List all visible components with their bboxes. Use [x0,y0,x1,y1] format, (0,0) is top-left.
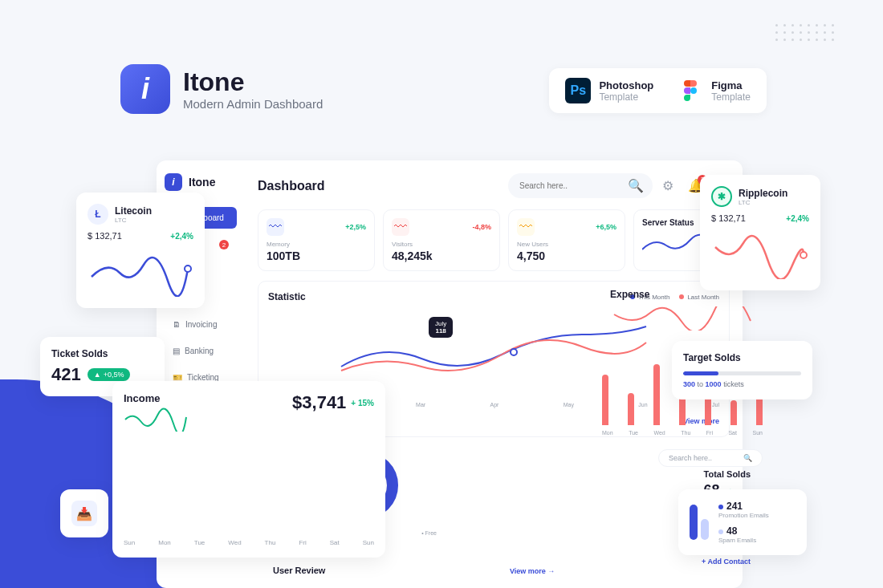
litecoin-card: ŁLitecoinLTC $ 132,71+2,4% [76,193,205,308]
figma-card: FigmaTemplate [678,78,751,103]
svg-point-3 [800,252,807,258]
brand-name: Itone [183,67,323,97]
pulse-icon: 〰 [517,218,535,236]
sidebar-logo: iItone [165,173,237,191]
nav-banking[interactable]: ▤Banking [165,340,237,362]
settings-icon[interactable]: ⚙ [662,178,678,194]
photoshop-icon: Ps [565,78,591,103]
income-card: Income $3,741+ 15% SunMonTueWedThuFriSat… [112,381,385,558]
figma-label: Figma [711,79,751,91]
inbox-icon-card[interactable]: 📥 [60,489,108,537]
svg-point-0 [690,87,697,94]
brand-subtitle: Modern Admin Dashboard [183,97,323,111]
tool-cards: Ps PhotoshopTemplate FigmaTemplate [549,68,767,113]
search-icon: 🔍 [743,454,752,462]
target-progress [683,371,801,375]
income-chart [124,438,374,534]
pulse-icon: 〰 [392,218,409,236]
svg-point-2 [185,266,191,272]
nav-invoicing[interactable]: 🗎Invoicing [165,314,237,335]
add-contact-button[interactable]: + Add Contact [702,558,751,566]
user-review-title: User Review [273,566,325,575]
search-box[interactable]: 🔍 [508,173,653,198]
email-chart [690,505,709,540]
search-input[interactable] [519,181,621,190]
expense-section: Expense [610,289,771,330]
ticket-badge: ▲ +0,5% [87,368,131,381]
search-icon: 🔍 [628,178,644,193]
ripple-card: ✱RipplecoinLTC $ 132,71+2,4% [700,175,820,290]
search-box-2[interactable]: Search here..🔍 [658,449,763,467]
litecoin-icon: Ł [87,204,108,225]
photoshop-card: Ps PhotoshopTemplate [565,78,653,103]
target-solds-card: Target Solds 300 to 1000 tickets [672,341,812,399]
emails-card: 241Promotion Emails 48Spam Emails [678,489,807,555]
stat-visitors: 〰-4,8% Visitors 48,245k [383,209,500,271]
logo-icon: i [120,64,170,114]
pulse-icon: 〰 [267,218,284,236]
figma-icon [678,78,703,103]
ripple-icon: ✱ [711,186,732,207]
stat-users: 〰+6,5% New Users 4,750 [508,209,625,271]
stat-memory: 〰+2,5% Memory 100TB [258,209,375,271]
photoshop-label: Photoshop [599,79,653,91]
page-title: Dashboard [258,179,325,193]
inbox-icon: 📥 [71,501,97,526]
brand-header: i Itone Modern Admin Dashboard [120,64,323,114]
view-more-link[interactable]: View more → [510,567,555,575]
svg-point-1 [511,349,517,355]
